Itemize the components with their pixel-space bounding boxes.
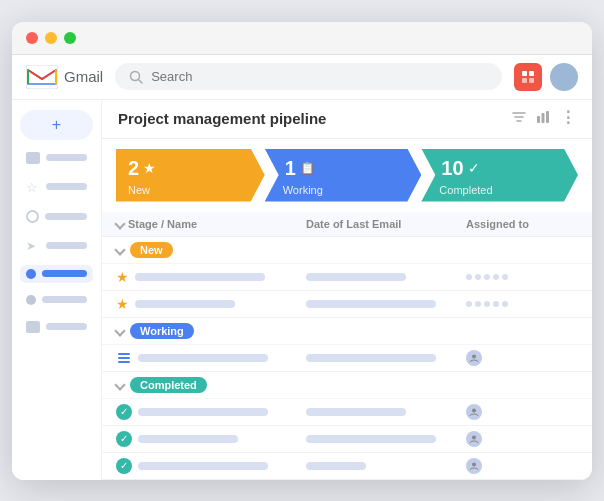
svg-rect-6 <box>529 71 534 76</box>
cell-date <box>306 354 466 362</box>
table-row[interactable] <box>102 345 592 372</box>
clock-icon <box>26 210 39 223</box>
sidebar-item-send[interactable]: ➤ <box>20 235 93 257</box>
table-row[interactable]: ★ <box>102 291 592 318</box>
cell-date <box>306 300 466 308</box>
panel-header: Project management pipeline <box>102 100 592 139</box>
dot <box>466 301 472 307</box>
completed-label: Completed <box>439 184 492 196</box>
cell-assigned <box>466 301 578 307</box>
list-svg <box>117 351 131 365</box>
chart-svg <box>536 110 550 124</box>
table-row[interactable]: ✓ <box>102 453 592 480</box>
search-bar[interactable] <box>115 63 502 90</box>
cell-assigned <box>466 274 578 280</box>
svg-rect-13 <box>542 113 545 123</box>
name-bar <box>135 300 235 308</box>
filter-icon[interactable] <box>512 110 526 128</box>
cell-date <box>306 408 466 416</box>
working-count: 1 <box>285 157 296 180</box>
new-count: 2 <box>128 157 139 180</box>
sidebar-item-label[interactable] <box>20 317 93 337</box>
label-icon <box>26 321 40 333</box>
more-icon[interactable]: ⋮ <box>560 110 576 128</box>
close-button[interactable] <box>26 32 38 44</box>
compose-button[interactable]: + <box>20 110 93 140</box>
layout-icon <box>521 70 535 84</box>
sidebar-item-active[interactable] <box>20 265 93 283</box>
cell-date <box>306 462 466 470</box>
cell-stage: ★ <box>116 296 306 312</box>
minimize-button[interactable] <box>45 32 57 44</box>
cell-date <box>306 273 466 281</box>
filter-svg <box>512 110 526 124</box>
date-bar <box>306 408 406 416</box>
chart-icon[interactable] <box>536 110 550 128</box>
dots-row <box>466 274 578 280</box>
dot <box>484 301 490 307</box>
cell-assigned <box>466 350 578 366</box>
sidebar-item-star[interactable]: ☆ <box>20 176 93 198</box>
cell-stage: ✓ <box>116 458 306 474</box>
cell-assigned <box>466 458 578 474</box>
svg-rect-16 <box>118 357 130 359</box>
gmail-text: Gmail <box>64 68 103 85</box>
svg-point-21 <box>472 462 476 466</box>
stage-completed[interactable]: 10 ✓ Completed <box>421 149 578 202</box>
table-row[interactable]: ✓ <box>102 426 592 453</box>
stage-new[interactable]: 2 ★ New <box>116 149 265 202</box>
completed-icon: ✓ <box>468 160 480 176</box>
completed-count: 10 <box>441 157 463 180</box>
dots-row <box>466 301 578 307</box>
check-icon: ✓ <box>116 431 132 447</box>
name-bar <box>135 273 265 281</box>
dot <box>493 274 499 280</box>
data-table: Stage / Name Date of Last Email Assigned… <box>102 212 592 480</box>
dot <box>466 274 472 280</box>
svg-rect-8 <box>529 78 534 83</box>
compose-icon: + <box>52 116 61 134</box>
sidebar-item-inbox[interactable] <box>20 148 93 168</box>
gmail-logo: Gmail <box>26 65 103 89</box>
person-icon <box>466 350 482 366</box>
dot <box>475 301 481 307</box>
cell-stage <box>116 350 306 366</box>
name-bar <box>138 435 238 443</box>
table-header: Stage / Name Date of Last Email Assigned… <box>102 212 592 237</box>
group-badge-new: New <box>130 242 173 258</box>
check-icon: ✓ <box>116 458 132 474</box>
avatar[interactable] <box>550 63 578 91</box>
pipeline-stages: 2 ★ New 1 📋 Working 10 ✓ <box>102 139 592 212</box>
svg-rect-0 <box>26 65 58 89</box>
list-icon <box>116 350 132 366</box>
stage-working[interactable]: 1 📋 Working <box>265 149 422 202</box>
sidebar-item-folder[interactable] <box>20 291 93 309</box>
date-bar <box>306 435 436 443</box>
col-stage: Stage / Name <box>116 218 306 230</box>
group-working[interactable]: Working <box>102 318 592 345</box>
group-badge-working: Working <box>130 323 194 339</box>
maximize-button[interactable] <box>64 32 76 44</box>
cell-assigned <box>466 431 578 447</box>
dot <box>475 274 481 280</box>
table-row[interactable]: ★ <box>102 264 592 291</box>
table-row[interactable]: ✓ <box>102 399 592 426</box>
svg-point-20 <box>472 435 476 439</box>
titlebar <box>12 22 592 55</box>
svg-rect-15 <box>118 353 130 355</box>
date-bar <box>306 354 436 362</box>
group-completed[interactable]: Completed <box>102 372 592 399</box>
person-icon <box>466 431 482 447</box>
check-icon: ✓ <box>116 404 132 420</box>
group-badge-completed: Completed <box>130 377 207 393</box>
main-content: + ☆ ➤ <box>12 100 592 480</box>
sidebar: + ☆ ➤ <box>12 100 102 480</box>
sidebar-item-clock[interactable] <box>20 206 93 227</box>
right-panel: Project management pipeline <box>102 100 592 480</box>
group-new[interactable]: New <box>102 237 592 264</box>
svg-rect-14 <box>546 111 549 123</box>
sort-icon <box>114 218 125 229</box>
grid-icon[interactable] <box>514 63 542 91</box>
gmail-header: Gmail <box>12 55 592 100</box>
search-input[interactable] <box>151 69 488 84</box>
